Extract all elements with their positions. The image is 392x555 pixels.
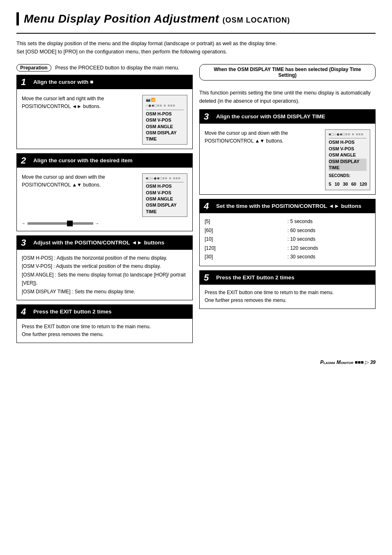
left-step-2-content: Move the cursor up and down with the POS… <box>17 168 192 231</box>
left-step-4-title: Press the EXIT button 2 times <box>33 308 112 315</box>
timing-grid: [5] : 5 seconds [60] : 60 seconds [10] :… <box>205 217 370 262</box>
sec-10: 10 <box>334 181 339 188</box>
intro-line-2: Set [OSD MODE] to [PRO] on the configura… <box>16 48 376 56</box>
display-time-intro: This function permits setting the time u… <box>199 89 376 105</box>
left-step-1-title: Align the cursor with ■ <box>33 78 93 86</box>
right-step-4-header: 4 Set the time with the POSITION/CONTROL… <box>200 199 375 213</box>
page-footer: Plasma Monitor ■■■ ▷ 39 <box>16 359 376 365</box>
timing-2-label: [10] <box>205 235 288 244</box>
footer-text: Plasma Monitor ■■■ ▷ 39 <box>320 359 376 365</box>
left-step-1-osd: Move the cursor left and right with the … <box>22 95 187 145</box>
footer-separator: ■■■ ▷ <box>355 359 370 365</box>
right-step-3-menu-top: ■□○◆■□≡≡ ≡ ≡≡≡ <box>329 131 367 138</box>
intro-block: This sets the display position of the me… <box>16 39 376 56</box>
right-step-5-header: 5 Press the EXIT button 2 times <box>200 271 375 285</box>
left-step-4-content: Press the EXIT button one time to return… <box>17 319 192 343</box>
timing-0-desc: : 5 seconds <box>288 217 371 226</box>
right-step-4: 4 Set the time with the POSITION/CONTROL… <box>199 199 376 266</box>
osd-item-displaytime-1: OSM DISPLAY TIME <box>146 130 184 143</box>
left-step-3: 3 Adjust with the POSITION/CONTROL ◄► bu… <box>16 235 193 300</box>
left-step-4: 4 Press the EXIT button 2 times Press th… <box>16 304 193 343</box>
left-column: Preparation Press the PROCEED button to … <box>16 64 193 347</box>
osd2-item-angle: OSM ANGLE <box>146 196 184 202</box>
right-step-3-osd: Move the cursor up and down with the POS… <box>205 129 370 190</box>
timing-1-label: [60] <box>205 226 288 235</box>
left-step-1-content: Move the cursor left and right with the … <box>17 89 192 149</box>
left-step-3-content: [OSM H-POS] : Adjusts the horizontal pos… <box>17 250 192 300</box>
left-step-1-text: Move the cursor left and right with the … <box>22 95 138 111</box>
right-step-4-title: Set the time with the POSITION/CONTROL ◄… <box>216 203 361 210</box>
right-step-4-content: [5] : 5 seconds [60] : 60 seconds [10] :… <box>200 213 375 266</box>
plasma-label: Plasma Monitor <box>320 359 353 365</box>
timing-1-desc: : 60 seconds <box>288 226 371 235</box>
left-step-1-number: 1 <box>21 78 30 87</box>
left-step-2-number: 2 <box>21 156 30 165</box>
osd-item-hpos-1: OSM H-POS <box>146 111 184 117</box>
rosd-item-hpos: OSM H-POS <box>329 139 367 145</box>
display-time-header-wrap: When the OSM DISPLAY TIME has been selec… <box>199 64 376 85</box>
timing-4-label: [30] <box>205 253 288 262</box>
timing-2-desc: : 10 seconds <box>288 235 371 244</box>
left-step-3-header: 3 Adjust with the POSITION/CONTROL ◄► bu… <box>17 236 192 250</box>
page-number: 39 <box>370 359 376 365</box>
osd2-item-displaytime: OSM DISPLAY TIME <box>146 202 184 215</box>
rosd-item-angle: OSM ANGLE <box>329 152 367 158</box>
timing-0-label: [5] <box>205 217 288 226</box>
preparation-text: Press the PROCEED button to display the … <box>55 65 179 71</box>
left-step-4-header: 4 Press the EXIT button 2 times <box>17 305 192 319</box>
right-step-5-line-1: One further press removes the menu. <box>205 297 370 304</box>
right-step-3-content: Move the cursor up and down with the POS… <box>200 124 375 194</box>
right-step-5-title: Press the EXIT button 2 times <box>216 274 295 281</box>
left-step-2-osd: Move the cursor up and down with the POS… <box>22 173 187 217</box>
page-title-block: Menu Display Position Adjustment (OSM LO… <box>16 12 376 25</box>
dth-middle: has been selected <box>285 67 327 72</box>
sec-60: 60 <box>351 181 356 188</box>
left-step-1-header: 1 Align the cursor with ■ <box>17 75 192 89</box>
osd-item-angle-1: OSM ANGLE <box>146 124 184 130</box>
page-title-sub: (OSM LOCATION) <box>222 16 290 25</box>
left-step-3-line-2: [OSM ANGLE] : Sets the menu display form… <box>22 271 187 288</box>
osd-item-vpos-1: OSM V-POS <box>146 117 184 123</box>
timing-4-desc: : 30 seconds <box>288 253 371 262</box>
left-step-4-line-1: One further press removes the menu. <box>22 331 187 339</box>
preparation-block: Preparation Press the PROCEED button to … <box>16 64 193 71</box>
sec-5: 5 <box>329 181 331 188</box>
left-step-3-title: Adjust with the POSITION/CONTROL ◄► butt… <box>33 239 164 246</box>
page-container: Menu Display Position Adjustment (OSM LO… <box>16 12 376 365</box>
rosd-item-displaytime: OSM DISPLAY TIME <box>329 159 367 171</box>
right-step-3-number: 3 <box>204 112 213 121</box>
right-step-5-line-0: Press the EXIT button one time to return… <box>205 289 370 297</box>
right-step-3-text: Move the cursor up and down with the POS… <box>205 129 321 145</box>
left-step-1-menu: 📷📶○◆■□≡≡ ≡ ≡≡≡ OSM H-POS OSM V-POS OSM A… <box>142 95 187 145</box>
left-step-4-number: 4 <box>21 307 30 316</box>
dth-prefix: When the <box>214 67 236 72</box>
main-layout: Preparation Press the PROCEED button to … <box>16 64 376 347</box>
display-time-header: When the OSM DISPLAY TIME has been selec… <box>199 64 376 81</box>
timing-3-label: [120] <box>205 244 288 253</box>
sec-30: 30 <box>343 181 348 188</box>
slider-thumb <box>67 221 73 226</box>
intro-line-1: This sets the display position of the me… <box>16 39 376 48</box>
preparation-badge: Preparation <box>16 64 51 71</box>
left-step-2-title: Align the cursor with the desired item <box>33 157 133 164</box>
left-step-3-line-3: [OSM DISPLAY TIME] : Sets the menu displ… <box>22 288 187 296</box>
right-step-5-number: 5 <box>204 273 213 282</box>
left-step-1: 1 Align the cursor with ■ Move the curso… <box>16 75 193 149</box>
dth-osm: OSM DISPLAY TIME <box>238 67 284 72</box>
seconds-label: SECONDS: <box>329 173 367 179</box>
timing-3-desc: : 120 seconds <box>288 244 371 253</box>
left-step-2-header: 2 Align the cursor with the desired item <box>17 154 192 168</box>
right-column: When the OSM DISPLAY TIME has been selec… <box>199 64 376 347</box>
left-step-4-line-0: Press the EXIT button one time to return… <box>22 323 187 331</box>
right-step-4-number: 4 <box>204 202 213 211</box>
right-step-5: 5 Press the EXIT button 2 times Press th… <box>199 270 376 309</box>
osd2-item-vpos: OSM V-POS <box>146 190 184 196</box>
left-step-2: 2 Align the cursor with the desired item… <box>16 153 193 231</box>
osd2-item-hpos: OSM H-POS <box>146 183 184 189</box>
left-step-2-menu: ■□○◆■□≡≡ ≡ ≡≡≡ OSM H-POS OSM V-POS OSM A… <box>142 173 187 217</box>
sec-120: 120 <box>360 181 367 188</box>
right-step-3-menu: ■□○◆■□≡≡ ≡ ≡≡≡ OSM H-POS OSM V-POS OSM A… <box>325 129 370 190</box>
left-step-3-line-1: [OSM V-POS] : Adjusts the vertical posit… <box>22 262 187 270</box>
right-step-3: 3 Align the cursor with OSM DISPLAY TIME… <box>199 109 376 195</box>
right-step-3-title: Align the cursor with OSM DISPLAY TIME <box>216 113 325 120</box>
